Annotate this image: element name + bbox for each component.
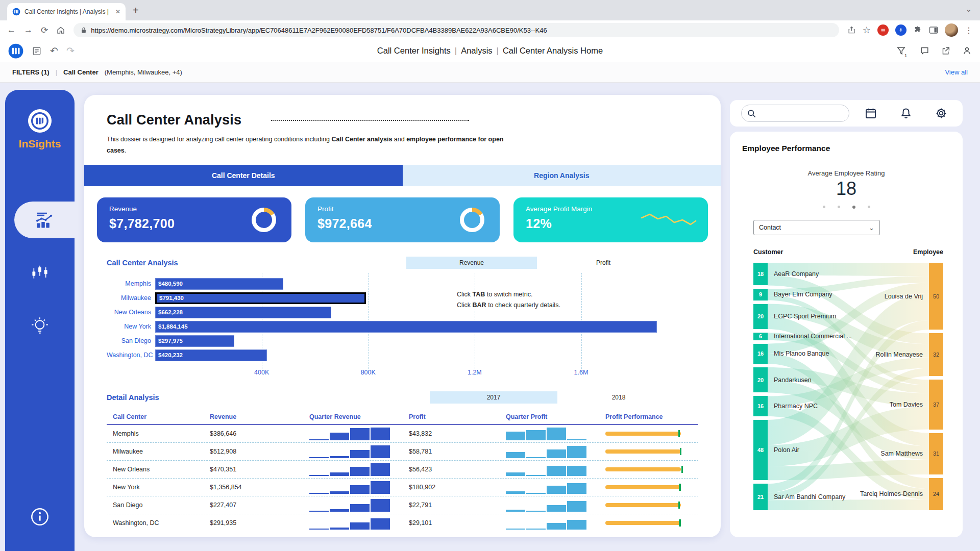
profile-avatar[interactable] bbox=[945, 23, 958, 37]
carousel-dot[interactable] bbox=[838, 206, 840, 208]
comments-icon[interactable] bbox=[920, 46, 929, 56]
category-label: Washington, DC bbox=[107, 352, 155, 359]
calendar-icon[interactable] bbox=[865, 107, 877, 119]
filter-dimension[interactable]: Call Center bbox=[63, 68, 99, 76]
customer-node[interactable]: 16 bbox=[753, 344, 768, 364]
column-header[interactable]: Quarter Profit bbox=[506, 413, 605, 420]
panel-title: Employee Performance bbox=[742, 144, 950, 153]
revenue-bar[interactable]: $480,590 bbox=[155, 278, 283, 290]
employee-node[interactable]: 24 bbox=[929, 478, 943, 510]
year-tab-2018[interactable]: 2018 bbox=[596, 391, 642, 404]
carousel-dot[interactable] bbox=[852, 206, 855, 209]
extension-badge-blue-icon[interactable] bbox=[895, 24, 906, 36]
attribute-dropdown[interactable]: Contact ⌄ bbox=[753, 220, 880, 235]
side-panel-icon[interactable] bbox=[929, 26, 938, 34]
back-icon[interactable]: ← bbox=[7, 25, 16, 35]
column-header[interactable]: Profit bbox=[409, 413, 506, 420]
revenue-bar[interactable]: $791,430 bbox=[155, 292, 366, 304]
table-row[interactable]: New Orleans$470,351$56,423 bbox=[107, 461, 698, 479]
employee-label: Tareiq Holmes-Dennis bbox=[860, 490, 923, 497]
category-label: New York bbox=[107, 323, 155, 330]
metric-tab-profit[interactable]: Profit bbox=[580, 257, 626, 269]
document-title: Call Center Insights | Analysis | Call C… bbox=[377, 46, 603, 56]
tab-search-chevron-icon[interactable]: ⌄ bbox=[965, 5, 972, 14]
settings-gear-icon[interactable] bbox=[935, 107, 947, 119]
tab-close-icon[interactable]: ✕ bbox=[115, 8, 120, 15]
account-icon[interactable] bbox=[962, 46, 972, 56]
filters-label[interactable]: FILTERS (1) bbox=[12, 68, 50, 76]
extensions-puzzle-icon[interactable] bbox=[913, 26, 922, 35]
undo-icon[interactable]: ↶ bbox=[50, 45, 58, 57]
quarter-mini-chart bbox=[506, 498, 587, 512]
revenue-bar[interactable]: $1,884,145 bbox=[155, 321, 657, 333]
redo-icon[interactable]: ↷ bbox=[66, 45, 75, 57]
revenue-bar[interactable]: $297,975 bbox=[155, 335, 234, 347]
bookmark-star-icon[interactable]: ☆ bbox=[863, 24, 871, 36]
quarter-mini-chart bbox=[506, 427, 587, 440]
reload-icon[interactable]: ⟳ bbox=[41, 25, 48, 36]
url-text: https://demo.microstrategy.com/MicroStra… bbox=[91, 27, 547, 34]
home-icon[interactable] bbox=[56, 26, 65, 35]
sidebar-item-dashboard-active[interactable] bbox=[14, 202, 75, 238]
customer-node[interactable]: 6 bbox=[753, 333, 768, 340]
new-tab-button[interactable]: + bbox=[133, 5, 139, 16]
table-row[interactable]: New York$1,356,854$180,902 bbox=[107, 479, 698, 496]
column-header[interactable]: Quarter Revenue bbox=[309, 413, 409, 420]
customer-node[interactable]: 21 bbox=[753, 484, 768, 510]
filter-panel-icon[interactable]: 1 bbox=[896, 46, 909, 56]
share-document-icon[interactable] bbox=[941, 46, 951, 56]
share-icon[interactable] bbox=[847, 26, 856, 35]
kpi-sparkline-icon bbox=[641, 212, 697, 228]
customer-node[interactable]: 16 bbox=[753, 396, 768, 416]
column-header[interactable]: Call Center bbox=[113, 413, 210, 420]
carousel-dot[interactable] bbox=[868, 206, 870, 208]
notifications-bell-icon[interactable] bbox=[900, 107, 912, 119]
category-label: New Orleans bbox=[107, 309, 155, 316]
table-of-contents-icon[interactable] bbox=[32, 46, 42, 56]
employee-node[interactable]: 37 bbox=[929, 380, 943, 429]
column-header[interactable]: Revenue bbox=[210, 413, 309, 420]
category-label: Memphis bbox=[107, 280, 155, 287]
sidebar-item-stock-analysis[interactable] bbox=[5, 262, 75, 283]
customer-label: Pandarkusen bbox=[774, 377, 812, 384]
column-header[interactable]: Profit Performance bbox=[605, 413, 692, 420]
kpi-card-revenue[interactable]: Revenue$7,782,700 bbox=[97, 197, 291, 242]
employee-node[interactable]: 50 bbox=[929, 263, 943, 330]
customer-node[interactable]: 48 bbox=[753, 420, 768, 480]
customer-node[interactable]: 18 bbox=[753, 263, 768, 285]
browser-menu-kebab-icon[interactable]: ⋮ bbox=[965, 26, 973, 35]
table-row[interactable]: Washington, DC$291,935$29,101 bbox=[107, 514, 698, 532]
insights-logo-icon[interactable] bbox=[28, 109, 52, 133]
sidebar-info-button[interactable] bbox=[5, 507, 75, 527]
kpi-card-average-profit-margin[interactable]: Average Profit Margin12% bbox=[513, 197, 708, 242]
table-row[interactable]: Memphis$386,646$43,832 bbox=[107, 425, 698, 443]
browser-tab[interactable]: Call Center Insights | Analysis | ✕ bbox=[7, 3, 126, 20]
filter-count-badge: 1 bbox=[904, 53, 907, 58]
metric-tab-revenue[interactable]: Revenue bbox=[406, 257, 537, 269]
employee-node[interactable]: 31 bbox=[929, 433, 943, 474]
microstrategy-logo-icon[interactable] bbox=[8, 43, 23, 59]
sankey-right-header: Employee bbox=[913, 248, 943, 256]
address-bar[interactable]: https://demo.microstrategy.com/MicroStra… bbox=[74, 23, 839, 37]
table-row[interactable]: Milwaukee$512,908$58,781 bbox=[107, 443, 698, 461]
customer-node[interactable]: 20 bbox=[753, 367, 768, 392]
tab-region-analysis[interactable]: Region Analysis bbox=[403, 165, 721, 186]
extension-badge-red-icon[interactable] bbox=[877, 24, 889, 36]
kpi-card-profit[interactable]: Profit$972,664 bbox=[305, 197, 500, 242]
customer-label: Pharmacy NPC bbox=[774, 403, 818, 410]
search-box[interactable] bbox=[741, 105, 849, 122]
carousel-dot[interactable] bbox=[823, 206, 825, 208]
tab-call-center-details[interactable]: Call Center Details bbox=[84, 165, 403, 186]
quarter-mini-chart bbox=[309, 463, 391, 476]
search-input[interactable] bbox=[760, 110, 841, 117]
table-row[interactable]: San Diego$227,407$22,791 bbox=[107, 496, 698, 514]
revenue-bar[interactable]: $662,228 bbox=[155, 307, 331, 318]
customer-node[interactable]: 20 bbox=[753, 304, 768, 329]
employee-node[interactable]: 32 bbox=[929, 333, 943, 376]
year-tab-2017[interactable]: 2017 bbox=[430, 391, 557, 404]
forward-icon[interactable]: → bbox=[24, 25, 33, 35]
sidebar-item-insights[interactable] bbox=[5, 315, 75, 337]
view-all-link[interactable]: View all bbox=[945, 68, 968, 76]
customer-node[interactable]: 9 bbox=[753, 289, 768, 300]
revenue-bar[interactable]: $420,232 bbox=[155, 349, 267, 361]
